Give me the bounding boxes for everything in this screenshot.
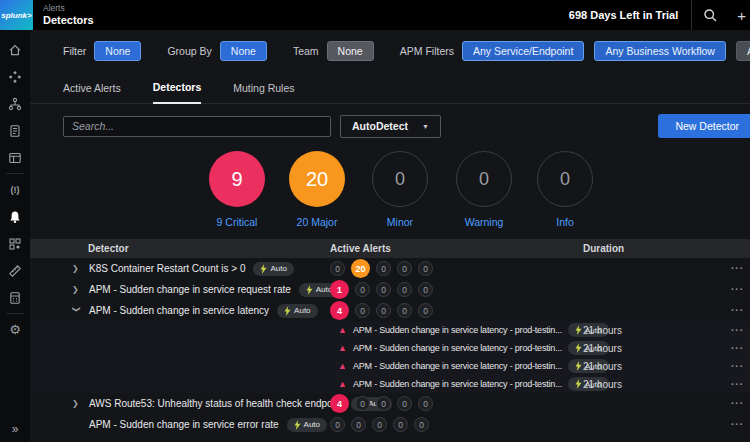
alert-name[interactable]: APM - Sudden change in service latency -… [353,361,562,371]
group-by-value-pill[interactable]: None [220,41,267,61]
alert-count-badge[interactable]: 0 [397,303,412,318]
chevron-down-icon: ▼ [422,123,429,130]
alert-count-badge[interactable]: 0 [355,396,370,411]
row-menu-button[interactable]: ··· [731,414,744,435]
lightning-icon [575,325,582,335]
chevron-expanded-icon[interactable]: ❯ [72,306,81,315]
hierarchy-icon[interactable] [0,90,30,117]
alert-count-badge[interactable]: 0 [418,261,433,276]
alert-count-badge[interactable]: 0 [355,303,370,318]
alert-name[interactable]: APM - Sudden change in service latency -… [353,343,562,353]
severity-item[interactable]: 2020 Major [275,151,359,228]
severity-item[interactable]: 0Info [523,151,607,228]
page-title: Detectors [43,14,94,27]
filter-value-pill[interactable]: None [94,41,141,61]
grid-icon[interactable] [0,230,30,257]
row-menu-button[interactable]: ··· [731,321,744,339]
detector-name[interactable]: K8S Container Restart Count is > 0 [89,263,245,274]
alert-count-badge[interactable]: 20 [351,259,370,278]
severity-label[interactable]: Minor [358,216,442,228]
alert-count-badge[interactable]: 0 [414,417,429,432]
severity-item[interactable]: 0Minor [358,151,442,228]
severity-label[interactable]: Info [523,216,607,228]
double-chevron-icon[interactable]: » [0,422,30,436]
alert-row: ▲APM - Sudden change in service latency … [30,375,750,393]
calculator-icon[interactable] [0,284,30,311]
row-menu-button[interactable]: ··· [731,258,744,279]
plus-icon[interactable]: + [729,7,750,24]
apm-workflow-pill[interactable]: Any Business Workflow [594,41,726,61]
team-value-pill[interactable]: None [327,41,374,61]
alert-count-badge[interactable]: 0 [418,396,433,411]
alert-count-badge[interactable]: 0 [397,261,412,276]
trial-countdown: 698 Days Left in Trial [556,9,691,21]
alert-count-badge[interactable]: 4 [330,394,349,413]
severity-circle[interactable]: 0 [372,151,428,207]
chevron-right-icon[interactable]: ❯ [72,399,81,408]
tab-muting-rules[interactable]: Muting Rules [233,82,294,103]
severity-circle[interactable]: 20 [289,151,345,207]
severity-item[interactable]: 99 Critical [195,151,279,228]
chevron-right-icon[interactable]: ❯ [72,285,81,294]
search-input[interactable] [63,116,331,137]
gear-icon[interactable]: ⚙ [0,316,30,343]
severity-circle[interactable]: 0 [537,151,593,207]
row-menu-button[interactable]: ··· [731,339,744,357]
chevron-right-icon[interactable]: ❯ [72,264,81,273]
lightning-icon [575,379,582,389]
row-menu-button[interactable]: ··· [731,357,744,375]
alert-count-badge[interactable]: 0 [376,303,391,318]
severity-circle[interactable]: 0 [456,151,512,207]
home-icon[interactable] [0,36,30,63]
alert-count-badge[interactable]: 0 [397,396,412,411]
alert-count-badge[interactable]: 0 [351,417,366,432]
ruler-icon[interactable] [0,257,30,284]
alert-count-badge[interactable]: 0 [376,396,391,411]
dashboard-icon[interactable] [0,144,30,171]
severity-circle[interactable]: 9 [209,151,265,207]
detector-name[interactable]: APM - Sudden change in service error rat… [89,419,279,430]
alert-count-badge[interactable]: 0 [376,282,391,297]
alert-count-badge[interactable]: 0 [393,417,408,432]
document-icon[interactable] [0,117,30,144]
row-menu-button[interactable]: ··· [731,279,744,300]
triangle-alert-icon: ▲ [338,343,347,353]
new-detector-button[interactable]: New Detector [658,114,750,138]
row-menu-button[interactable]: ··· [731,393,744,414]
bell-icon[interactable] [0,203,30,230]
severity-item[interactable]: 0Warning [442,151,526,228]
apm-environment-dropdown[interactable]: Any Environment▼ [736,41,750,61]
alert-count-badge[interactable]: 4 [330,301,349,320]
diamonds-icon[interactable] [0,63,30,90]
alert-count-badge[interactable]: 1 [330,280,349,299]
severity-label[interactable]: Warning [442,216,526,228]
alert-count-badge[interactable]: 0 [372,417,387,432]
triangle-alert-icon: ▲ [338,325,347,335]
alert-count-badge[interactable]: 0 [418,303,433,318]
breadcrumb[interactable]: Alerts [43,4,94,14]
alert-name[interactable]: APM - Sudden change in service latency -… [353,379,562,389]
alert-duration: 21 hours [583,375,622,393]
severity-label[interactable]: 20 Major [275,216,359,228]
alert-name[interactable]: APM - Sudden change in service latency -… [353,325,562,335]
autodetect-dropdown[interactable]: AutoDetect▼ [340,115,441,138]
alert-count-badge[interactable]: 0 [330,417,345,432]
apm-service-pill[interactable]: Any Service/Endpoint [462,41,584,61]
filter-bar: Filter None Group By None Team None APM … [30,30,750,72]
alert-count-badge[interactable]: 0 [330,261,345,276]
detector-name[interactable]: AWS Route53: Unhealthy status of health … [89,398,343,409]
exclamation-icon[interactable]: (!) [0,176,30,203]
detector-name[interactable]: APM - Sudden change in service request r… [89,284,291,295]
search-icon[interactable] [692,8,729,23]
row-menu-button[interactable]: ··· [731,300,744,321]
tab-active-alerts[interactable]: Active Alerts [63,82,121,103]
severity-label[interactable]: 9 Critical [195,216,279,228]
alert-count-badge[interactable]: 0 [376,261,391,276]
row-menu-button[interactable]: ··· [731,375,744,393]
alert-count-badge[interactable]: 0 [355,282,370,297]
tab-detectors[interactable]: Detectors [153,81,201,104]
alert-count-badge[interactable]: 0 [418,282,433,297]
alert-count-badge[interactable]: 0 [397,282,412,297]
detector-name[interactable]: APM - Sudden change in service latency [89,305,269,316]
main-content: Filter None Group By None Team None APM … [30,30,750,442]
